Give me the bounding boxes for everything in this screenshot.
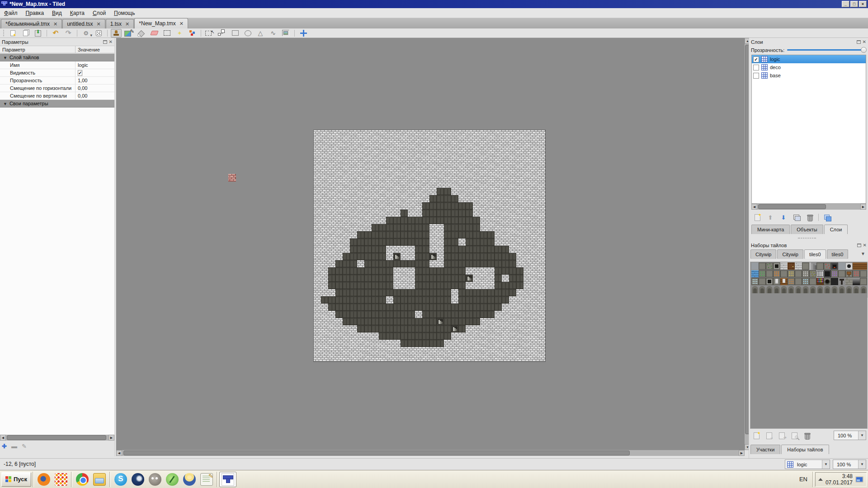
layer-row[interactable]: ✓logic <box>752 55 866 63</box>
insert-ellipse-icon[interactable] <box>242 29 253 38</box>
clock[interactable]: 3:48 07.01.2017 <box>826 473 853 486</box>
edit-polygons-icon[interactable] <box>217 29 228 38</box>
pan-arrows-icon[interactable] <box>298 29 309 38</box>
properties-hscrollbar[interactable]: ◀ ▶ <box>0 435 114 441</box>
taskbar-app-skype[interactable] <box>112 472 129 487</box>
layer-row[interactable]: deco <box>752 63 866 71</box>
menu-помощь[interactable]: Помощь <box>110 9 139 18</box>
property-group-row[interactable]: ▼Слой тайлов <box>0 54 114 61</box>
close-panel-icon[interactable]: ✕ <box>863 244 867 247</box>
menu-вид[interactable]: Вид <box>48 9 66 18</box>
delete-tileset-button[interactable] <box>802 432 811 440</box>
property-value[interactable]: logic <box>75 61 114 69</box>
save-file-icon[interactable] <box>33 29 43 38</box>
add-property-button[interactable]: ✚ <box>2 443 7 450</box>
current-layer-combo[interactable]: logic ▼ <box>785 460 830 469</box>
taskbar-app-chrome[interactable] <box>74 472 91 487</box>
undo-icon[interactable]: ↶ <box>50 29 61 38</box>
close-panel-icon[interactable]: ✕ <box>109 40 113 44</box>
chevron-down-icon[interactable]: ▼ <box>858 460 866 469</box>
property-value[interactable]: 0,00 <box>75 84 114 92</box>
tab-close-icon[interactable]: ✕ <box>125 22 129 26</box>
edit-property-button[interactable]: ✎ <box>22 443 27 450</box>
random-dice-icon[interactable] <box>93 29 104 38</box>
scroll-left-icon[interactable]: ◀ <box>116 450 122 456</box>
tileset-tab-citywip[interactable]: Citywip <box>750 249 776 259</box>
new-tileset-button[interactable] <box>752 432 761 440</box>
select-same-tile-icon[interactable] <box>187 29 198 38</box>
tileset-tab-tiles0[interactable]: tiles0 <box>827 249 849 259</box>
collapse-triangle-icon[interactable]: ▼ <box>3 102 7 106</box>
open-file-icon[interactable] <box>20 29 31 38</box>
show-hidden-icons-icon[interactable] <box>818 478 823 481</box>
taskbar-app-vault-boy[interactable] <box>181 472 198 487</box>
insert-tile-icon[interactable] <box>280 29 291 38</box>
canvas-hscrollbar[interactable]: ◀ ▶ <box>116 450 745 456</box>
scroll-thumb[interactable] <box>123 450 630 455</box>
lower-layer-button[interactable]: ⬇ <box>779 213 788 221</box>
taskbar-app-file-explorer[interactable] <box>91 472 108 487</box>
insert-polygon-icon[interactable]: △ <box>255 29 266 38</box>
terrain-brush-icon[interactable] <box>123 29 134 38</box>
taskbar-app-steam[interactable] <box>129 472 146 487</box>
taskbar-app-android-studio[interactable] <box>164 472 181 487</box>
close-button[interactable]: × <box>859 1 867 7</box>
raise-layer-button[interactable]: ⬆ <box>766 213 775 221</box>
new-file-icon[interactable] <box>7 29 18 38</box>
opacity-slider-handle[interactable] <box>861 47 867 53</box>
property-value[interactable]: 0,00 <box>75 92 114 99</box>
tab-мини-карта[interactable]: Мини-карта <box>751 225 790 234</box>
menu-слой[interactable]: Слой <box>89 9 110 18</box>
export-tileset-button[interactable] <box>777 432 786 440</box>
document-tab[interactable]: *New_Map.tmx✕ <box>134 18 188 28</box>
tab-слои[interactable]: Слои <box>824 225 848 234</box>
property-value[interactable]: 1,00 <box>75 77 114 84</box>
stamp-brush-icon[interactable] <box>111 29 122 38</box>
visibility-checkbox[interactable]: ✓ <box>78 70 82 76</box>
display-tray-icon[interactable] <box>855 476 863 483</box>
delete-layer-button[interactable] <box>805 213 814 221</box>
opacity-slider[interactable] <box>787 47 867 53</box>
insert-rectangle-icon[interactable] <box>230 29 241 38</box>
taskbar-app-tiled[interactable] <box>219 472 236 487</box>
close-panel-icon[interactable]: ✕ <box>863 40 866 44</box>
insert-polyline-icon[interactable]: ∿ <box>268 29 278 38</box>
edit-tileset-button[interactable] <box>790 432 799 440</box>
duplicate-layer-button[interactable] <box>792 213 801 221</box>
dock-splitter[interactable] <box>798 238 816 239</box>
tileset-palette[interactable] <box>751 263 868 298</box>
magic-wand-icon[interactable]: ✦ <box>174 29 185 38</box>
bucket-fill-icon[interactable] <box>136 29 147 38</box>
import-tileset-button[interactable] <box>764 432 774 440</box>
tileset-tab-citywip[interactable]: Citywip <box>777 249 803 259</box>
tileset-zoom-combo[interactable]: 100 % ▼ <box>834 431 866 440</box>
layer-row[interactable]: base <box>752 71 866 80</box>
map-canvas-area[interactable] <box>116 38 745 450</box>
remove-property-button[interactable]: ▬ <box>11 443 17 450</box>
tab-close-icon[interactable]: ✕ <box>179 21 184 26</box>
taskbar-app-app-grid[interactable] <box>52 472 70 487</box>
scroll-thumb[interactable] <box>758 204 826 209</box>
scroll-right-icon[interactable]: ▶ <box>860 204 866 210</box>
tab-участки[interactable]: Участки <box>750 445 780 454</box>
chevron-down-icon[interactable]: ▼ <box>822 460 830 469</box>
toggle-other-layers-button[interactable] <box>823 213 832 221</box>
zoom-combo[interactable]: 100 % ▼ <box>833 460 866 469</box>
scroll-right-icon[interactable]: ▶ <box>108 435 114 441</box>
collapse-triangle-icon[interactable]: ▼ <box>3 56 7 60</box>
start-button[interactable]: Пуск <box>1 472 31 487</box>
float-panel-icon[interactable] <box>857 40 861 44</box>
taskbar-app-firefox[interactable] <box>35 472 52 487</box>
tab-close-icon[interactable]: ✕ <box>97 22 101 26</box>
new-layer-button[interactable] <box>753 213 762 221</box>
scroll-left-icon[interactable]: ◀ <box>0 435 6 441</box>
document-tab[interactable]: untitled.tsx✕ <box>62 19 105 28</box>
select-objects-icon[interactable] <box>204 29 215 38</box>
tile-map[interactable] <box>313 130 546 362</box>
menu-файл[interactable]: Файл <box>0 9 22 18</box>
float-panel-icon[interactable] <box>857 244 861 247</box>
tab-close-icon[interactable]: ✕ <box>53 22 57 26</box>
property-group-row[interactable]: ▼Свои параметры <box>0 100 114 108</box>
layer-visibility-checkbox[interactable]: ✓ <box>753 56 759 62</box>
stamp-variations-icon[interactable]: ⚙ <box>80 29 91 38</box>
